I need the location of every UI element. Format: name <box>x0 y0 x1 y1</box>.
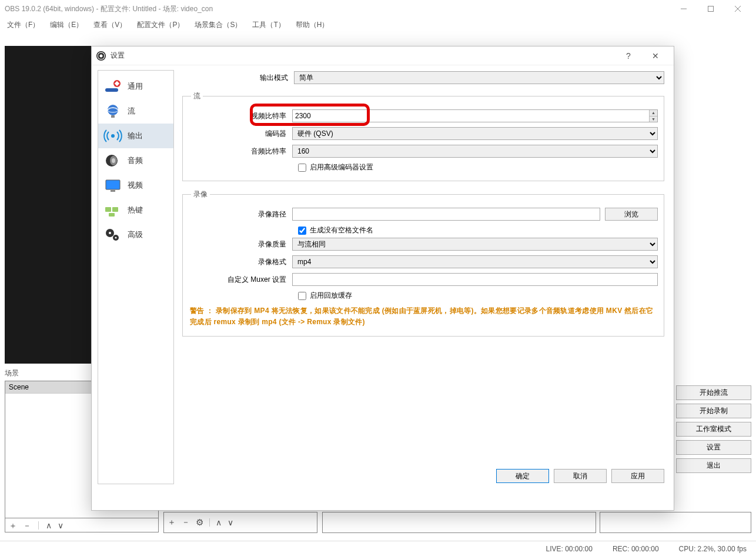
apply-button[interactable]: 应用 <box>611 469 664 483</box>
video-bitrate-input[interactable] <box>292 109 658 122</box>
gears-icon <box>102 225 124 245</box>
remove-icon[interactable]: － <box>23 521 31 530</box>
obs-logo-icon <box>96 51 106 61</box>
output-mode-select[interactable]: 简单 <box>294 71 664 84</box>
sources-toolbar: ＋ － ⚙ ∧ ∨ <box>163 512 317 533</box>
up-icon[interactable]: ∧ <box>46 521 52 530</box>
sidebar-item-label: 输出 <box>128 131 143 141</box>
dialog-close-button[interactable]: ✕ <box>642 46 669 65</box>
sidebar-item-stream[interactable]: 流 <box>98 99 173 124</box>
settings-sidebar: 通用 流 输出 音频 视频 热键 <box>98 70 174 484</box>
menu-profile[interactable]: 配置文件（P） <box>137 20 184 30</box>
svg-point-23 <box>115 237 117 239</box>
add-icon[interactable]: ＋ <box>168 517 176 528</box>
sidebar-item-general[interactable]: 通用 <box>98 74 173 99</box>
sidebar-item-audio[interactable]: 音频 <box>98 148 173 173</box>
wrench-icon <box>102 76 124 96</box>
svg-rect-1 <box>708 6 714 12</box>
up-icon[interactable]: ∧ <box>216 518 222 527</box>
add-icon[interactable]: ＋ <box>9 521 17 530</box>
audio-bitrate-label: 音频比特率 <box>189 147 292 157</box>
mp4-warning: 警告 ： 录制保存到 MP4 将无法恢复，如果该文件不能完成 (例如由于蓝屏死机… <box>189 303 658 330</box>
sidebar-item-label: 音频 <box>128 155 143 166</box>
dialog-buttons: 确定 取消 应用 <box>496 469 664 483</box>
gear-icon[interactable]: ⚙ <box>196 517 203 528</box>
transitions-panel <box>600 512 751 533</box>
sidebar-item-advanced[interactable]: 高级 <box>98 222 173 247</box>
main-titlebar: OBS 19.0.2 (64bit, windows) - 配置文件: Unti… <box>0 0 756 18</box>
sidebar-item-label: 热键 <box>128 205 143 215</box>
record-format-select[interactable]: mp4 <box>292 255 658 268</box>
replay-buffer-checkbox-label: 启用回放缓存 <box>310 291 352 301</box>
svg-rect-18 <box>112 207 118 212</box>
speaker-icon <box>102 151 124 171</box>
keyboard-icon <box>102 200 124 220</box>
menubar: 文件（F） 编辑（E） 查看（V） 配置文件（P） 场景集合（S） 工具（T） … <box>0 18 756 32</box>
audio-bitrate-select[interactable]: 160 <box>292 145 658 158</box>
minimize-button[interactable] <box>670 0 697 18</box>
sidebar-item-video[interactable]: 视频 <box>98 173 173 198</box>
record-group-legend: 录像 <box>191 189 210 199</box>
encoder-label: 编码器 <box>189 129 292 139</box>
status-rec: REC: 00:00:00 <box>613 545 659 553</box>
settings-content: 输出模式 简单 流 视频比特率 ▲▼ 编码器 硬 <box>174 65 674 489</box>
stream-group-legend: 流 <box>191 91 203 101</box>
svg-point-13 <box>112 158 115 163</box>
scenes-toolbar: ＋ － ∧ ∨ <box>5 518 159 532</box>
window-title: OBS 19.0.2 (64bit, windows) - 配置文件: Unti… <box>5 4 213 14</box>
svg-rect-16 <box>111 190 115 192</box>
start-stream-button[interactable]: 开始推流 <box>676 385 751 400</box>
sidebar-item-label: 流 <box>128 106 135 116</box>
dialog-titlebar: 设置 ? ✕ <box>92 46 674 65</box>
sidebar-item-output[interactable]: 输出 <box>98 124 173 148</box>
settings-dialog: 设置 ? ✕ 通用 流 输出 音频 <box>91 46 674 511</box>
exit-button[interactable]: 退出 <box>676 458 751 473</box>
close-button[interactable] <box>724 0 751 18</box>
muxer-input[interactable] <box>292 273 658 286</box>
start-record-button[interactable]: 开始录制 <box>676 404 751 418</box>
dialog-title: 设置 <box>111 51 125 61</box>
adv-encoder-checkbox[interactable] <box>298 164 306 172</box>
status-live: LIVE: 00:00:00 <box>546 545 592 553</box>
menu-view[interactable]: 查看（V） <box>93 20 126 30</box>
ok-button[interactable]: 确定 <box>496 469 549 483</box>
remove-icon[interactable]: － <box>182 517 190 528</box>
menu-help[interactable]: 帮助（H） <box>296 20 329 30</box>
sources-panel: ＋ － ⚙ ∧ ∨ <box>163 512 317 533</box>
replay-buffer-checkbox[interactable] <box>298 292 306 300</box>
menu-tools[interactable]: 工具（T） <box>252 20 285 30</box>
settings-button[interactable]: 设置 <box>676 440 751 455</box>
sidebar-item-label: 视频 <box>128 180 143 191</box>
studio-mode-button[interactable]: 工作室模式 <box>676 422 751 437</box>
globe-icon <box>102 101 124 121</box>
svg-rect-4 <box>105 88 118 92</box>
maximize-button[interactable] <box>697 0 724 18</box>
cancel-button[interactable]: 取消 <box>554 469 607 483</box>
status-cpu: CPU: 2.2%, 30.00 fps <box>679 545 747 553</box>
record-group: 录像 录像路径 浏览 生成没有空格文件名 录像质量 与流相同 <box>182 189 664 337</box>
mixer-panel <box>322 512 596 533</box>
browse-button[interactable]: 浏览 <box>605 208 658 221</box>
nospace-checkbox[interactable] <box>298 227 306 235</box>
svg-point-7 <box>108 105 118 115</box>
help-button[interactable]: ? <box>615 46 642 65</box>
sidebar-item-label: 通用 <box>128 81 143 92</box>
menu-file[interactable]: 文件（F） <box>7 20 39 30</box>
menu-edit[interactable]: 编辑（E） <box>50 20 83 30</box>
svg-rect-14 <box>106 180 120 189</box>
sidebar-item-hotkeys[interactable]: 热键 <box>98 198 173 222</box>
stream-group: 流 视频比特率 ▲▼ 编码器 硬件 (QSV) 音频比 <box>182 91 664 181</box>
encoder-select[interactable]: 硬件 (QSV) <box>292 127 658 140</box>
spinner-buttons[interactable]: ▲▼ <box>649 110 657 122</box>
broadcast-icon <box>102 126 124 146</box>
controls-panel: 开始推流 开始录制 工作室模式 设置 退出 <box>676 385 751 473</box>
video-bitrate-label: 视频比特率 <box>189 111 292 121</box>
down-icon[interactable]: ∨ <box>228 518 233 527</box>
record-quality-select[interactable]: 与流相同 <box>292 238 658 251</box>
menu-scene-collection[interactable]: 场景集合（S） <box>195 20 242 30</box>
svg-rect-19 <box>109 213 115 217</box>
record-path-input[interactable] <box>292 208 600 221</box>
svg-rect-9 <box>111 115 115 118</box>
down-icon[interactable]: ∨ <box>58 521 63 530</box>
record-format-label: 录像格式 <box>189 257 292 267</box>
